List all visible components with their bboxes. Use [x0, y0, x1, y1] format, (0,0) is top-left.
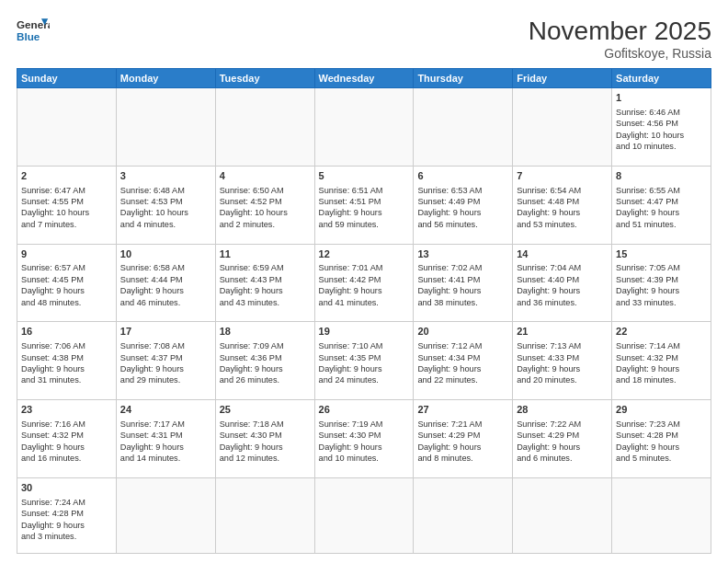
col-thursday: Thursday — [414, 69, 513, 88]
day-info: Daylight: 9 hours — [616, 207, 707, 218]
day-info: Daylight: 9 hours — [21, 363, 112, 374]
calendar-table: Sunday Monday Tuesday Wednesday Thursday… — [17, 68, 711, 554]
day-info: Daylight: 9 hours — [21, 520, 112, 531]
col-sunday: Sunday — [17, 69, 117, 88]
header: General Blue November 2025 Gofitskoye, R… — [17, 17, 711, 61]
table-row: 22Sunrise: 7:14 AMSunset: 4:32 PMDayligh… — [612, 322, 711, 400]
day-info: and 29 minutes. — [120, 374, 211, 385]
day-number: 29 — [616, 403, 707, 417]
day-info: Sunrise: 6:47 AM — [21, 185, 112, 196]
day-info: and 38 minutes. — [417, 297, 508, 308]
day-info: and 20 minutes. — [517, 374, 608, 385]
day-info: Sunset: 4:56 PM — [616, 118, 707, 129]
day-info: Daylight: 9 hours — [616, 363, 707, 374]
table-row: 10Sunrise: 6:58 AMSunset: 4:44 PMDayligh… — [116, 244, 215, 322]
day-info: and 26 minutes. — [220, 374, 311, 385]
day-number: 13 — [417, 247, 508, 261]
day-info: Sunrise: 7:21 AM — [417, 419, 508, 430]
table-row: 17Sunrise: 7:08 AMSunset: 4:37 PMDayligh… — [116, 322, 215, 400]
day-number: 17 — [120, 325, 211, 339]
day-number: 20 — [417, 325, 508, 339]
day-number: 23 — [21, 403, 112, 417]
day-info: Daylight: 9 hours — [517, 363, 608, 374]
day-info: Daylight: 9 hours — [417, 285, 508, 296]
day-info: Sunset: 4:43 PM — [220, 274, 311, 285]
day-info: Sunrise: 7:12 AM — [417, 340, 508, 351]
day-info: Daylight: 10 hours — [616, 130, 707, 141]
table-row: 30Sunrise: 7:24 AMSunset: 4:28 PMDayligh… — [17, 477, 117, 553]
day-number: 21 — [517, 325, 608, 339]
day-info: Sunset: 4:32 PM — [616, 352, 707, 363]
day-info: Sunset: 4:48 PM — [517, 196, 608, 207]
day-info: and 22 minutes. — [417, 374, 508, 385]
day-info: Sunrise: 6:54 AM — [517, 185, 608, 196]
day-info: and 10 minutes. — [319, 453, 410, 464]
day-info: and 8 minutes. — [417, 453, 508, 464]
day-info: Sunrise: 6:59 AM — [220, 262, 311, 273]
col-friday: Friday — [513, 69, 612, 88]
table-row: 18Sunrise: 7:09 AMSunset: 4:36 PMDayligh… — [215, 322, 314, 400]
day-info: Sunset: 4:45 PM — [21, 274, 112, 285]
day-info: and 4 minutes. — [120, 219, 211, 230]
day-info: Sunset: 4:36 PM — [220, 352, 311, 363]
day-info: Daylight: 9 hours — [616, 285, 707, 296]
day-number: 8 — [616, 169, 707, 183]
day-info: Sunrise: 7:01 AM — [319, 262, 410, 273]
day-info: Sunrise: 7:24 AM — [21, 497, 112, 508]
day-info: and 16 minutes. — [21, 453, 112, 464]
table-row: 23Sunrise: 7:16 AMSunset: 4:32 PMDayligh… — [17, 400, 117, 478]
table-row: 2Sunrise: 6:47 AMSunset: 4:55 PMDaylight… — [17, 166, 117, 244]
day-info: and 10 minutes. — [616, 141, 707, 152]
day-info: Daylight: 10 hours — [120, 207, 211, 218]
table-row — [314, 88, 414, 167]
table-row: 20Sunrise: 7:12 AMSunset: 4:34 PMDayligh… — [414, 322, 513, 400]
day-info: Daylight: 10 hours — [21, 207, 112, 218]
table-row — [513, 477, 612, 553]
day-number: 3 — [120, 169, 211, 183]
day-number: 12 — [319, 247, 410, 261]
day-info: Sunrise: 7:06 AM — [21, 340, 112, 351]
table-row — [612, 477, 711, 553]
day-info: Sunrise: 6:57 AM — [21, 262, 112, 273]
day-info: Daylight: 9 hours — [220, 285, 311, 296]
day-info: Sunset: 4:47 PM — [616, 196, 707, 207]
day-info: and 53 minutes. — [517, 219, 608, 230]
day-info: Sunrise: 7:05 AM — [616, 262, 707, 273]
day-info: Sunset: 4:30 PM — [319, 430, 410, 441]
day-info: and 5 minutes. — [616, 453, 707, 464]
day-info: Sunrise: 7:08 AM — [120, 340, 211, 351]
day-info: and 33 minutes. — [616, 297, 707, 308]
day-info: Sunrise: 7:04 AM — [517, 262, 608, 273]
day-info: Sunset: 4:29 PM — [517, 430, 608, 441]
day-number: 5 — [319, 169, 410, 183]
day-number: 30 — [21, 481, 112, 495]
table-row — [215, 477, 314, 553]
table-row: 19Sunrise: 7:10 AMSunset: 4:35 PMDayligh… — [314, 322, 414, 400]
col-wednesday: Wednesday — [314, 69, 414, 88]
day-number: 27 — [417, 403, 508, 417]
day-info: and 7 minutes. — [21, 219, 112, 230]
day-info: and 2 minutes. — [220, 219, 311, 230]
day-number: 11 — [220, 247, 311, 261]
table-row — [215, 88, 314, 167]
table-row: 3Sunrise: 6:48 AMSunset: 4:53 PMDaylight… — [116, 166, 215, 244]
day-info: Sunrise: 6:48 AM — [120, 185, 211, 196]
day-info: Sunset: 4:53 PM — [120, 196, 211, 207]
day-info: Daylight: 9 hours — [120, 363, 211, 374]
day-info: Sunrise: 7:14 AM — [616, 340, 707, 351]
day-info: Sunset: 4:52 PM — [220, 196, 311, 207]
day-info: Sunset: 4:42 PM — [319, 274, 410, 285]
day-info: Sunset: 4:51 PM — [319, 196, 410, 207]
day-number: 28 — [517, 403, 608, 417]
day-number: 18 — [220, 325, 311, 339]
calendar-header-row: Sunday Monday Tuesday Wednesday Thursday… — [17, 69, 711, 88]
table-row: 16Sunrise: 7:06 AMSunset: 4:38 PMDayligh… — [17, 322, 117, 400]
table-row: 9Sunrise: 6:57 AMSunset: 4:45 PMDaylight… — [17, 244, 117, 322]
day-info: Sunrise: 7:13 AM — [517, 340, 608, 351]
day-info: and 31 minutes. — [21, 374, 112, 385]
day-number: 14 — [517, 247, 608, 261]
day-info: Sunrise: 7:22 AM — [517, 419, 608, 430]
table-row — [414, 477, 513, 553]
day-info: Sunset: 4:31 PM — [120, 430, 211, 441]
day-info: and 59 minutes. — [319, 219, 410, 230]
